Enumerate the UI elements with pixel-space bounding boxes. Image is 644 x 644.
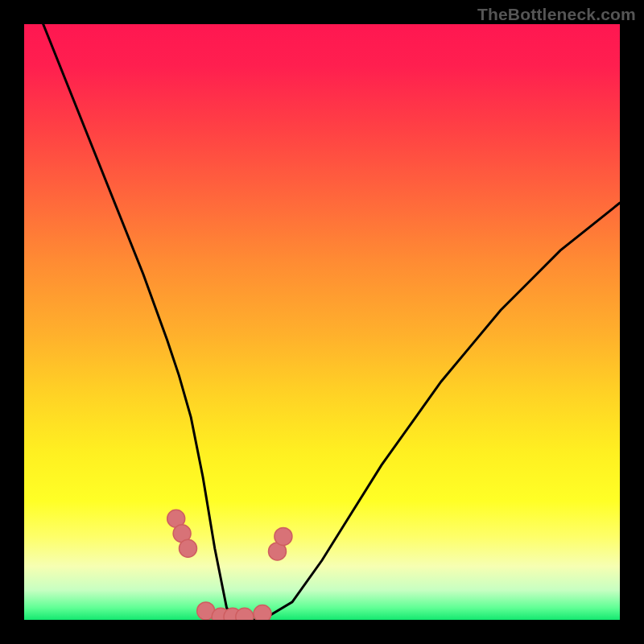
bottleneck-curve-path — [24, 24, 620, 620]
bottleneck-curve — [24, 24, 620, 620]
plot-area — [24, 24, 620, 620]
highlight-marker — [180, 539, 197, 557]
highlight-markers — [167, 510, 292, 620]
highlight-marker — [236, 608, 254, 620]
curve-layer — [24, 24, 620, 620]
chart-frame: TheBottleneck.com — [0, 0, 644, 644]
highlight-marker — [275, 527, 292, 545]
highlight-marker — [254, 605, 271, 620]
watermark-text: TheBottleneck.com — [477, 5, 636, 24]
